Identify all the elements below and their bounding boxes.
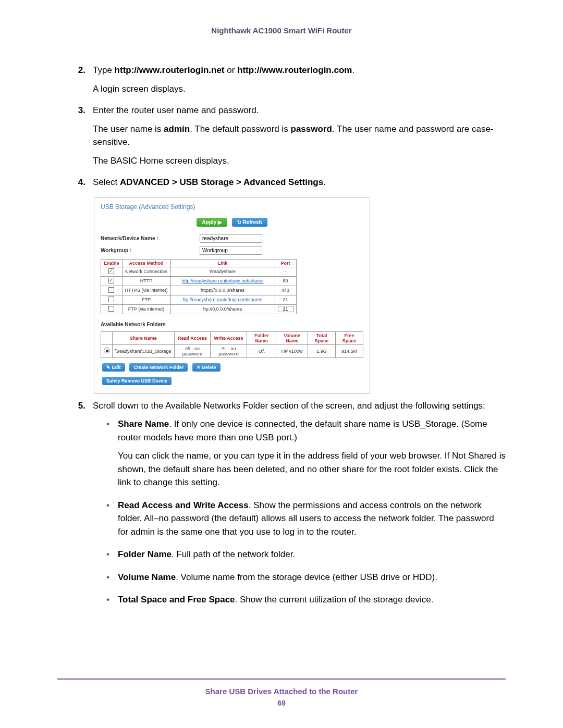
text: password xyxy=(291,124,332,134)
bullet-label: Folder Name xyxy=(118,549,172,559)
step-3-line-1: Enter the router user name and password. xyxy=(93,104,506,117)
cell-folder: U:\ xyxy=(247,344,276,357)
folders-table: Share Name Read Access Write Access Fold… xyxy=(101,331,363,358)
col-read: Read Access xyxy=(174,331,211,344)
text: . xyxy=(352,65,354,75)
text: . Show the current utilization of the st… xyxy=(235,595,434,604)
table-row: FTP (via internet)ftp://0.0.0.0/shares xyxy=(101,304,297,314)
delete-button[interactable]: ✕ Delete xyxy=(192,363,221,372)
col-volume: Volume Name xyxy=(276,331,308,344)
create-folder-button[interactable]: Create Network Folder xyxy=(129,363,188,372)
cell-link: \\readyshare xyxy=(170,267,275,276)
text: . If only one device is connected, the d… xyxy=(118,419,487,442)
safely-remove-button[interactable]: Safely Remove USB Device xyxy=(102,377,172,385)
footer-page-number: 69 xyxy=(57,699,506,707)
cell-access-method: FTP xyxy=(122,295,170,304)
cell-volume: HP v100w xyxy=(276,344,308,357)
step-3: 3. Enter the router user name and passwo… xyxy=(73,104,506,172)
bullet-read-write: • Read Access and Write Access. Show the… xyxy=(106,499,506,544)
cell-port: 80 xyxy=(275,276,296,286)
panel-title: USB Storage (Advanced Settings) xyxy=(101,203,363,211)
text: The user name is xyxy=(93,124,164,134)
col-enable: Enable xyxy=(101,259,123,267)
cell-access-method: FTP (via internet) xyxy=(122,304,170,314)
text: . Volume name from the storage device (e… xyxy=(176,572,437,582)
col-share: Share Name xyxy=(113,331,175,344)
port-input[interactable] xyxy=(278,306,293,312)
step-3-line-3: The BASIC Home screen displays. xyxy=(93,154,506,168)
cell-link: ftp://0.0.0.0/shares xyxy=(170,304,275,314)
bullet-label: Share Name xyxy=(118,419,169,429)
cell-access-method: Network Connection xyxy=(122,267,170,276)
page-footer: Share USB Drives Attached to the Router … xyxy=(57,678,506,707)
step-number: 5. xyxy=(73,399,93,616)
table-row: HTTPS (via internet)https://0.0.0.0/shar… xyxy=(101,286,297,295)
cell-total: 1.9G xyxy=(308,344,336,357)
device-name-label: Network/Device Name : xyxy=(101,236,200,241)
bullet-dot-icon: • xyxy=(106,548,118,566)
bullet-dot-icon: • xyxy=(106,417,118,495)
step-number: 3. xyxy=(73,104,93,172)
bullet-label: Read Access and Write Access xyxy=(118,500,249,510)
url-2: http://www.routerlogin.com xyxy=(237,65,352,75)
usb-storage-panel: USB Storage (Advanced Settings) Apply ▶ … xyxy=(94,198,370,394)
col-write: Write Access xyxy=(211,331,247,344)
step-3-line-2: The user name is admin. The default pass… xyxy=(93,122,506,149)
step-2: 2. Type http://www.routerlogin.net or ht… xyxy=(73,64,506,101)
enable-checkbox[interactable] xyxy=(108,287,114,293)
col-access: Access Method xyxy=(122,259,170,267)
bullet-folder-name: • Folder Name. Full path of the network … xyxy=(106,548,506,566)
cell-port: 21 xyxy=(275,295,296,304)
cell-read: All - no password xyxy=(174,344,211,357)
edit-button[interactable]: ✎ Edit xyxy=(102,363,125,372)
text: admin xyxy=(164,124,190,134)
step-2-line-2: A login screen displays. xyxy=(93,82,506,96)
text: Type xyxy=(93,65,115,75)
table-row: \\readyshare\USB_Storage All - no passwo… xyxy=(101,344,363,357)
apply-button[interactable]: Apply ▶ xyxy=(197,218,227,227)
workgroup-input[interactable] xyxy=(200,246,262,255)
table-row: FTPftp://readyshare.routerlogin.net/shar… xyxy=(101,295,297,304)
bullet-dot-icon: • xyxy=(106,571,118,589)
share-link[interactable]: ftp://readyshare.routerlogin.net/shares xyxy=(183,297,262,302)
text: . Full path of the network folder. xyxy=(172,549,295,559)
text: . The default password is xyxy=(190,124,290,134)
col-port: Port xyxy=(275,259,296,267)
share-link[interactable]: http://readyshare.routerlogin.net/shares xyxy=(182,278,264,283)
enable-checkbox[interactable] xyxy=(108,297,114,302)
step-number: 4. xyxy=(73,176,93,194)
enable-checkbox[interactable] xyxy=(108,306,114,312)
cell-port xyxy=(275,304,296,314)
access-methods-table: Enable Access Method Link Port Network C… xyxy=(101,259,297,314)
cell-write: All - no password xyxy=(211,344,247,357)
col-link: Link xyxy=(170,259,275,267)
col-folder: Folder Name xyxy=(247,331,276,344)
text: . xyxy=(323,177,326,187)
cell-access-method: HTTPS (via internet) xyxy=(122,286,170,295)
device-name-input[interactable] xyxy=(200,234,262,243)
cell-access-method: HTTP xyxy=(122,276,170,286)
bullet-dot-icon: • xyxy=(106,593,118,612)
bullet-label: Total Space and Free Space xyxy=(118,595,235,604)
row-radio[interactable] xyxy=(104,348,109,353)
step-4-line-1: Select ADVANCED > USB Storage > Advanced… xyxy=(93,176,506,189)
available-folders-label: Available Network Folders xyxy=(101,322,363,327)
text: Select xyxy=(93,177,120,187)
cell-link: ftp://readyshare.routerlogin.net/shares xyxy=(170,295,275,304)
cell-free: 914.5M xyxy=(336,344,363,357)
bullet-dot-icon: • xyxy=(106,499,118,544)
refresh-button[interactable]: ↻ Refresh xyxy=(232,218,267,227)
bullet-label: Volume Name xyxy=(118,572,176,582)
step-5-line-1: Scroll down to the Available Networks Fo… xyxy=(93,399,506,413)
table-row: Network Connection\\readyshare- xyxy=(101,267,297,276)
step-4: 4. Select ADVANCED > USB Storage > Advan… xyxy=(73,176,506,194)
document-header: Nighthawk AC1900 Smart WiFi Router xyxy=(57,26,506,35)
step-5: 5. Scroll down to the Available Networks… xyxy=(73,399,506,616)
col-total: Total Space xyxy=(308,331,336,344)
enable-checkbox[interactable] xyxy=(108,268,114,274)
enable-checkbox[interactable] xyxy=(108,278,114,283)
table-row: HTTPhttp://readyshare.routerlogin.net/sh… xyxy=(101,276,297,286)
bullet-volume-name: • Volume Name. Volume name from the stor… xyxy=(106,571,506,589)
cell-link: http://readyshare.routerlogin.net/shares xyxy=(170,276,275,286)
workgroup-label: Workgroup : xyxy=(101,248,200,253)
